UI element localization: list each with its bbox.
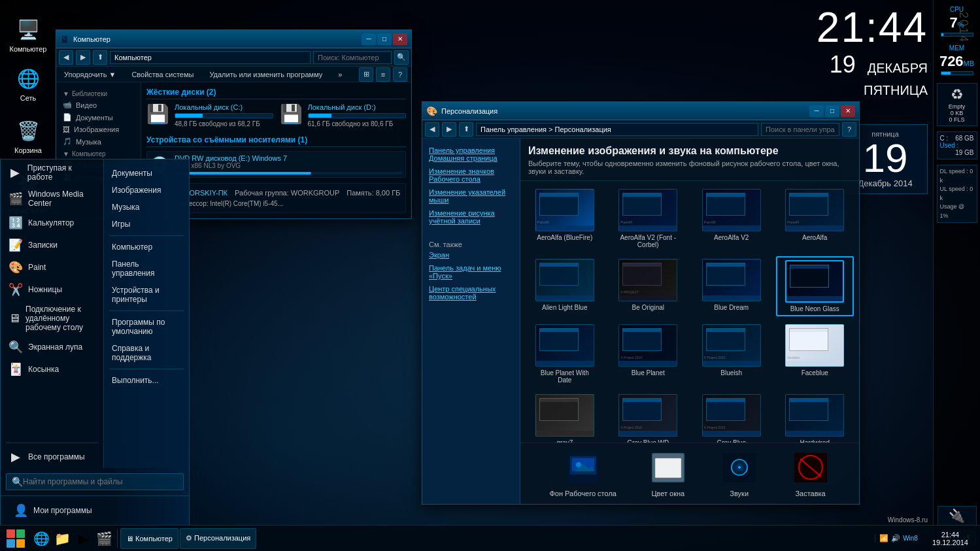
start-search-input[interactable]: [23, 477, 178, 486]
sm-item-7[interactable]: 🔍 Экранная лупа: [1, 336, 103, 358]
taskbar-computer-btn[interactable]: 🖥 Компьютер: [120, 528, 178, 549]
sm-right-4[interactable]: Компьютер: [104, 239, 189, 256]
cp-help-btn[interactable]: ?: [842, 122, 856, 137]
screensaver-btn[interactable]: Заставка: [791, 450, 830, 497]
desktop-icon-network[interactable]: 🌐 Сеть: [5, 65, 51, 102]
mem-unit: MB: [964, 59, 975, 67]
close-btn[interactable]: ✕: [393, 33, 407, 45]
address-bar[interactable]: [110, 51, 311, 64]
cp-also-taskbar[interactable]: Панель задач и меню «Пуск»: [422, 261, 520, 282]
theme-hardwired[interactable]: Hardwired: [776, 392, 854, 442]
menu-organize[interactable]: Упорядочить ▼: [60, 69, 120, 80]
theme-aeroalfa-bluefire[interactable]: PaintR AeroAlfa (BlueFire): [526, 186, 604, 251]
theme-blue-dream[interactable]: Blue Dream: [692, 256, 771, 316]
forward-btn[interactable]: ▶: [76, 50, 90, 65]
sm-user-icon: 👤: [14, 503, 28, 518]
sm-right-1[interactable]: Изображения: [104, 182, 189, 199]
window-color-btn[interactable]: Цвет окна: [649, 450, 688, 497]
cp-close-btn[interactable]: ✕: [841, 105, 855, 117]
sm-item-1[interactable]: 🎬 Windows Media Center: [1, 186, 103, 212]
cp-link-home[interactable]: Панель управления Домашняя страница: [422, 144, 520, 165]
view-list-btn[interactable]: ≡: [376, 67, 390, 82]
taskbar-explorer-btn[interactable]: 📁: [52, 528, 73, 549]
theme-blue-neon-glass[interactable]: Blue Neon Glass: [776, 256, 854, 316]
menu-more[interactable]: »: [334, 69, 346, 80]
taskbar-vlc-btn[interactable]: 🎬: [93, 528, 114, 549]
cp-maximize-btn[interactable]: □: [825, 105, 839, 117]
disk-c[interactable]: 💾 Локальный диск (C:) 48,8 ГБ свободно и…: [146, 103, 273, 127]
cp-link-mouse[interactable]: Изменение указателей мыши: [422, 186, 520, 207]
cp-also-screen[interactable]: Экран: [422, 248, 520, 261]
cp-minimize-btn[interactable]: ─: [809, 105, 824, 117]
theme-grey-blue[interactable]: X Project 2010 Grey Blue: [692, 392, 771, 442]
desktop-icon-computer[interactable]: 🖥️ Компьютер: [5, 16, 51, 53]
explorer-titlebar[interactable]: 🖥 Компьютер ─ □ ✕: [56, 30, 411, 48]
sidebar-video[interactable]: 📹Видео: [56, 99, 141, 111]
theme-be-original[interactable]: X PROJECT Be Original: [609, 256, 688, 316]
sm-my-programs[interactable]: 👤 Мои программы: [6, 500, 184, 521]
theme-alien-light-blue[interactable]: Alien Light Blue: [526, 256, 604, 316]
taskbar-ie-btn[interactable]: 🌐: [31, 528, 52, 549]
sm-icon-7: 🔍: [8, 340, 23, 354]
menu-system-props[interactable]: Свойства системы: [127, 69, 197, 80]
theme-faceblue[interactable]: faceblue Faceblue: [776, 322, 854, 386]
minimize-btn[interactable]: ─: [362, 33, 376, 45]
back-btn[interactable]: ◀: [59, 50, 73, 65]
sidebar-music[interactable]: 🎵Музыка: [56, 135, 141, 148]
theme-grey-blue-wd[interactable]: X Project 2010 Grey Blue WD: [609, 392, 688, 442]
sm-item-4[interactable]: 🎨 Paint: [1, 256, 103, 278]
search-submit-btn[interactable]: 🔍: [394, 50, 409, 65]
sm-item-0[interactable]: ▶ Приступая к работе: [1, 159, 103, 186]
sm-item-5[interactable]: ✂️ Ножницы: [1, 278, 103, 301]
cp-back-btn[interactable]: ◀: [425, 122, 439, 137]
sm-right-2[interactable]: Музыка: [104, 199, 189, 216]
theme-blue-planet[interactable]: X Project 2010 Blue Planet: [609, 322, 688, 386]
sm-right-5[interactable]: Панель управления: [104, 256, 189, 282]
sm-item-8[interactable]: 🃏 Косынка: [1, 358, 103, 380]
sm-all-programs[interactable]: ▶ Все программы: [1, 446, 103, 468]
maximize-btn[interactable]: □: [377, 33, 392, 45]
theme-blueish[interactable]: X Project 2010 Blueish: [692, 322, 771, 386]
cp-titlebar[interactable]: 🎨 Персонализация ─ □ ✕: [422, 102, 859, 120]
cp-search[interactable]: [761, 123, 839, 136]
disk-d[interactable]: 💾 Локальный диск (D:) 61,6 ГБ свободно и…: [280, 103, 407, 127]
desktop-icon-trash[interactable]: 🗑️ Корзина: [5, 118, 51, 154]
cp-forward-btn[interactable]: ▶: [442, 122, 456, 137]
up-btn[interactable]: ⬆: [93, 50, 107, 65]
taskbar-clock[interactable]: 21:44 19.12.2014: [927, 531, 973, 546]
sm-right-3[interactable]: Игры: [104, 216, 189, 233]
sm-item-3[interactable]: 📝 Записки: [1, 234, 103, 256]
cp-link-icons[interactable]: Изменение значков Рабочего стола: [422, 165, 520, 186]
sm-right-7[interactable]: Программы по умолчанию: [104, 314, 189, 340]
sidebar-images[interactable]: 🖼Изображения: [56, 124, 141, 135]
start-search[interactable]: 🔍: [6, 473, 184, 490]
sm-right-6[interactable]: Устройства и принтеры: [104, 282, 189, 308]
theme-blue-planet-date[interactable]: Blue Planet With Date: [526, 322, 604, 386]
sm-right-9[interactable]: Выполнить...: [104, 372, 189, 389]
sm-right-8[interactable]: Справка и поддержка: [104, 340, 189, 366]
theme-aeroalfa-v2[interactable]: PaintR AeroAlfa V2: [692, 186, 771, 251]
menu-uninstall[interactable]: Удалить или изменить программу: [205, 69, 326, 80]
taskbar-cp-btn[interactable]: ⚙ Персонализация: [180, 528, 256, 549]
view-icon-btn[interactable]: ⊞: [359, 67, 373, 82]
theme-aeroalfa[interactable]: PaintR AeroAlfa: [776, 186, 854, 251]
theme-gray7[interactable]: gray7: [526, 392, 604, 442]
theme-aeroalfa-v2-font[interactable]: PaintR AeroAlfa V2 (Font - Corbel): [609, 186, 688, 251]
cp-link-account-pic[interactable]: Изменение рисунка учётной записи: [422, 207, 520, 227]
cp-address-bar[interactable]: Панель управления > Персонализация: [476, 123, 758, 136]
clock-month: ДЕКАБРЯ ПЯТНИЦА: [864, 61, 928, 97]
search-bar[interactable]: [313, 51, 392, 64]
sm-item-2[interactable]: 🔢 Калькулятор: [1, 212, 103, 234]
help-btn[interactable]: ?: [393, 67, 407, 82]
sm-right-0[interactable]: Документы: [104, 165, 189, 182]
taskbar-media-btn[interactable]: ▶: [73, 528, 93, 549]
wallpaper-btn[interactable]: Фон Рабочего стола: [549, 450, 617, 497]
cp-up-btn[interactable]: ⬆: [459, 122, 473, 137]
disk-c-name: Локальный диск (C:): [175, 103, 273, 111]
cp-also-accessibility[interactable]: Центр специальных возможностей: [422, 282, 520, 303]
sm-item-6[interactable]: 🖥 Подключение к удалённому рабочему стол…: [1, 301, 103, 336]
start-button[interactable]: [3, 526, 28, 551]
clock-date: 19 ДЕКАБРЯ ПЯТНИЦА: [817, 51, 928, 99]
sounds-btn[interactable]: Звуки: [720, 450, 759, 497]
sidebar-documents[interactable]: 📄Документы: [56, 111, 141, 124]
